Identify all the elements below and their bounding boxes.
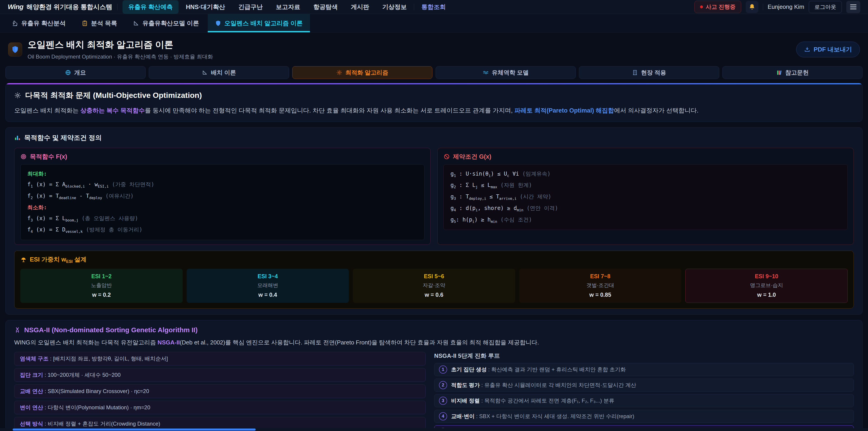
param-label: 교배 연산: [20, 388, 43, 394]
step-row-1: 1 초기 집단 생성 : 확산예측 결과 기반 랜덤 + 휴리스틱 배치안 혼합…: [434, 363, 854, 376]
status-dot-icon: [700, 5, 703, 8]
divider: [763, 4, 763, 10]
definitions-section: 목적함수 및 제약조건 정의 목적함수 F(x) 최대화:f1 (x) = Σ …: [5, 127, 863, 315]
nsga-parameter-list: 염색체 구조 : [배치지점 좌표, 방향각θ, 길이L, 형태, 배치순서] …: [14, 352, 426, 431]
triangle-ruler-icon: [133, 20, 139, 26]
nav-item-hns[interactable]: HNS·대기확산: [180, 0, 231, 14]
nsga-section: NSGA-II (Non-dominated Sorting Genetic A…: [5, 320, 863, 431]
dna-icon: [14, 327, 21, 333]
esi-card-1-2: ESI 1~2 노출암반 w = 0.2: [20, 269, 183, 303]
tab-label: 배치 이론: [211, 69, 236, 76]
param-row-population: 집단 크기 : 100~200개체 · 세대수 50~200: [14, 368, 426, 382]
esi-range: ESI 3~4: [189, 273, 346, 280]
step-row-4: 4 교배·변이 : SBX + 다항식 변이로 자식 세대 생성. 제약조건 위…: [434, 410, 854, 423]
sub-tab-bar: 유출유 확산분석 분석 목록 유출유확산모델 이론 오일펜스 배치 알고리즘 이…: [0, 14, 868, 33]
tab-label: 참고문헌: [785, 69, 809, 76]
step-number: 3: [439, 397, 447, 405]
multi-objective-section: 다목적 최적화 문제 (Multi-Objective Optimization…: [5, 83, 863, 122]
objective-panel-title: 목적함수 F(x): [30, 153, 67, 161]
step-row-2: 2 적합도 평가 : 유출유 확산 시뮬레이터로 각 배치안의 차단면적·도달시…: [434, 378, 854, 392]
app-logo[interactable]: Wing 해양환경 위기대응 통합시스템: [8, 3, 112, 11]
incident-status-label: 사고 진행중: [706, 3, 736, 11]
subtab-label: 오일펜스 배치 알고리즘 이론: [224, 19, 303, 27]
esi-card-grid: ESI 1~2 노출암반 w = 0.2 ESI 3~4 모래해변 w = 0.…: [20, 269, 848, 303]
download-icon: [804, 46, 810, 53]
main-nav: 유출유 확산예측 HNS·대기확산 긴급구난 보고자료 항공탐색 게시판 기상정…: [123, 0, 452, 14]
tab-overview[interactable]: 개요: [5, 66, 146, 79]
param-value: : SBX(Simulated Binary Crossover) · ηc=2…: [43, 388, 149, 394]
nav-item-board[interactable]: 게시판: [345, 0, 375, 14]
intro-paragraph: 오일펜스 배치 최적화는 상충하는 복수 목적함수를 동시에 만족해야 하는 전…: [14, 105, 854, 116]
esi-range: ESI 9~10: [688, 273, 845, 280]
esi-range: ESI 5~6: [355, 273, 513, 280]
topbar-right: 사고 진행중 Eunjeong Kim 로그아웃: [694, 1, 860, 13]
esi-card-7-8: ESI 7~8 갯벌·조간대 w = 0.85: [519, 269, 682, 303]
pdf-export-button[interactable]: PDF 내보내기: [796, 41, 860, 57]
constraints-panel-header: 제약조건 G(x): [443, 153, 848, 161]
tab-label: 현장 적용: [641, 69, 666, 76]
shield-icon: [215, 20, 221, 26]
param-label: 집단 크기: [20, 372, 43, 378]
notifications-button[interactable]: [746, 1, 758, 13]
nav-item-weather[interactable]: 기상정보: [376, 0, 412, 14]
step-number: 4: [439, 412, 447, 420]
no-entry-icon: [443, 153, 450, 160]
subtab-diffusion-model-theory[interactable]: 유출유확산모델 이론: [126, 14, 206, 32]
tab-optimization-algorithm[interactable]: 최적화 알고리즘: [292, 66, 432, 79]
page-shield-icon: [8, 42, 22, 57]
param-value: : 다항식 변이(Polynomial Mutation) · ηm=20: [43, 404, 150, 410]
nav-item-oil-spill-prediction[interactable]: 유출유 확산예측: [123, 0, 179, 14]
nsga-grid: 염색체 구조 : [배치지점 좌표, 방향각θ, 길이L, 형태, 배치순서] …: [14, 352, 854, 431]
incident-status-badge[interactable]: 사고 진행중: [694, 1, 741, 13]
hamburger-menu-button[interactable]: [846, 1, 860, 13]
nav-item-reports[interactable]: 보고자료: [270, 0, 306, 14]
tab-references[interactable]: 참고문헌: [722, 66, 863, 79]
esi-label: 노출암반: [23, 282, 180, 289]
page-header: 오일펜스 배치 최적화 알고리즘 이론 Oil Boom Deployment …: [0, 33, 868, 64]
topbar: Wing 해양환경 위기대응 통합시스템 유출유 확산예측 HNS·대기확산 긴…: [0, 0, 868, 14]
page-title: 오일펜스 배치 최적화 알고리즘 이론: [28, 38, 213, 51]
definition-panels: 목적함수 F(x) 최대화:f1 (x) = Σ Ablocked,i · wE…: [14, 148, 854, 245]
esi-range: ESI 1~2: [23, 273, 180, 280]
bell-icon: [749, 4, 755, 10]
constraints-code: g1 : U·sin(θi) ≤ Uc ∀i (임계유속)g2 : Σ Lj ≤…: [443, 164, 848, 230]
param-row-mutation: 변이 연산 : 다항식 변이(Polynomial Mutation) · ηm…: [14, 401, 426, 414]
page-title-block: 오일펜스 배치 최적화 알고리즘 이론 Oil Boom Deployment …: [28, 38, 213, 60]
section-title-text: 다목적 최적화 문제 (Multi-Objective Optimization…: [25, 90, 202, 100]
subtab-analysis-list[interactable]: 분석 목록: [74, 14, 125, 32]
esi-card-5-6: ESI 5~6 자갈·조약 w = 0.6: [353, 269, 515, 303]
wave-icon: [483, 70, 489, 75]
nsga-paragraph: WING의 오일펜스 배치 최적화는 다목적 유전알고리즘 NSGA-II(De…: [14, 338, 854, 347]
page-subtitle: Oil Boom Deployment Optimization · 유출유 확…: [28, 53, 213, 60]
tab-field-application[interactable]: 현장 적용: [579, 66, 719, 79]
constraints-panel: 제약조건 G(x) g1 : U·sin(θi) ≤ Uc ∀i (임계유속)g…: [437, 148, 854, 245]
nsga-evolution-loop: NSGA-II 5단계 진화 루프 1 초기 집단 생성 : 확산예측 결과 기…: [434, 352, 854, 431]
logo-mark: Wing: [8, 3, 23, 11]
esi-section-title: ESI 가중치 wESI 설계: [30, 255, 87, 264]
bar-chart-icon: [14, 135, 21, 141]
step-number: 2: [439, 381, 447, 389]
tab-hydrodynamics-model[interactable]: 유체역학 모델: [436, 66, 576, 79]
subtab-label: 유출유 확산분석: [21, 19, 66, 27]
param-label: 변이 연산: [20, 404, 43, 410]
nav-item-integrated-search[interactable]: 통합조회: [415, 0, 452, 14]
nav-item-aerial-search[interactable]: 항공탐색: [307, 0, 344, 14]
scrollbar-thumb[interactable]: [13, 429, 256, 431]
logout-button[interactable]: 로그아웃: [809, 1, 842, 13]
esi-weight-section: ESI 가중치 wESI 설계 ESI 1~2 노출암반 w = 0.2 ESI…: [14, 251, 854, 308]
constraints-panel-title: 제약조건 G(x): [453, 153, 491, 161]
nav-item-rescue[interactable]: 긴급구난: [232, 0, 269, 14]
globe-icon: [65, 70, 71, 75]
gear-icon: [336, 70, 342, 75]
divider: [414, 4, 414, 10]
subtab-spill-analysis[interactable]: 유출유 확산분석: [4, 14, 73, 32]
subtab-boom-algorithm-theory[interactable]: 오일펜스 배치 알고리즘 이론: [208, 14, 310, 32]
tab-deployment-theory[interactable]: 배치 이론: [149, 66, 289, 79]
esi-weight: w = 0.6: [355, 291, 513, 298]
param-value: : 비지배 정렬 + 혼잡도 거리(Crowding Distance): [43, 421, 160, 427]
step-label: 비지배 정렬: [451, 398, 480, 404]
clipboard-icon: [82, 20, 88, 26]
param-label: 염색체 구조: [20, 356, 49, 362]
loop-title: NSGA-II 5단계 진화 루프: [434, 352, 854, 360]
step-desc: : 유출유 확산 시뮬레이터로 각 배치안의 차단면적·도달시간 계산: [480, 382, 636, 388]
